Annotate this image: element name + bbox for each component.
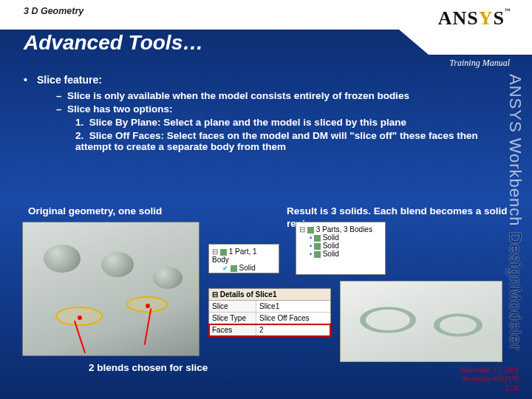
details-value: 2	[256, 324, 330, 335]
solid-icon	[314, 235, 321, 242]
slide-footer: December 17, 2004 Inventory #002176 5-38	[460, 366, 519, 394]
footer-page: 5-38	[460, 384, 519, 394]
details-title: Details of Slice1	[220, 290, 277, 299]
bullet-level3: 2. Slice Off Faces: Select faces on the …	[75, 130, 497, 152]
tree-root-label: 1 Part, 1 Body	[212, 248, 257, 264]
details-panel: ⊟ Details of Slice1 Slice Slice1 Slice T…	[208, 288, 331, 337]
ring-icon	[434, 314, 482, 337]
bullet-level2: – Slice is only available when the model…	[56, 90, 497, 101]
callout-dot-icon	[78, 316, 82, 320]
tree-panel-original: 1 Part, 1 Body Solid	[208, 244, 279, 273]
details-label: Slice Type	[209, 313, 256, 324]
content-block: •Slice feature: – Slice is only availabl…	[24, 74, 497, 154]
callout-arrow-icon	[144, 308, 152, 345]
tree-item-label: Solid	[239, 264, 256, 272]
details-value: Slice Off Faces	[256, 313, 330, 324]
callout-dot-icon	[146, 304, 150, 308]
details-label: Faces	[209, 324, 256, 335]
result-geometry-image	[340, 281, 502, 362]
solid-icon	[231, 265, 237, 272]
tree-item-label: Solid	[323, 242, 339, 250]
tree-item[interactable]: Solid	[310, 233, 382, 242]
logo-text-s: S	[494, 7, 505, 29]
details-row[interactable]: Slice Slice1	[209, 301, 330, 313]
tree-panel-result: 3 Parts, 3 Bodies Solid Solid Solid	[296, 222, 386, 275]
bullet-text: Slice is only available when the model c…	[67, 90, 409, 101]
tree-item-label: Solid	[323, 233, 339, 242]
details-label: Slice	[209, 301, 256, 312]
page-title: Advanced Tools…	[24, 31, 203, 55]
bullet-text: Slice feature:	[37, 74, 102, 86]
boss-icon	[44, 245, 81, 273]
bullet-level1: •Slice feature:	[24, 74, 497, 86]
tree-item-label: Solid	[323, 250, 339, 258]
boss-icon	[153, 267, 183, 289]
boss-icon	[101, 252, 134, 277]
tree-item[interactable]: Solid	[222, 264, 276, 272]
solid-icon	[314, 243, 321, 250]
part-icon	[220, 249, 227, 256]
tree-item[interactable]: Solid	[310, 250, 382, 258]
training-manual-label: Training Manual	[449, 58, 510, 69]
logo-text-a: ANS	[438, 7, 479, 29]
details-row-selected[interactable]: Faces 2	[209, 324, 330, 336]
part-icon	[307, 227, 314, 233]
bullet-icon: •	[24, 74, 37, 86]
side-watermark-wb: ANSYS Workbench	[506, 74, 525, 232]
details-row[interactable]: Slice Type Slice Off Faces	[209, 313, 330, 324]
original-geometry-image	[22, 222, 200, 356]
logo-text-y: Y	[479, 7, 494, 29]
solid-icon	[314, 251, 321, 258]
footer-inventory: Inventory #002176	[460, 375, 519, 384]
side-watermark-dm: DesignModeler	[506, 232, 525, 351]
ansys-logo: ANSYS™	[438, 7, 511, 30]
tree-root[interactable]: 1 Part, 1 Body	[212, 248, 276, 264]
tree-item[interactable]: Solid	[310, 242, 382, 250]
tree-root-label: 3 Parts, 3 Bodies	[316, 225, 372, 233]
bullet-text: Slice By Plane: Select a plane and the m…	[89, 117, 406, 128]
ring-icon	[360, 307, 416, 333]
section-subtitle: 3 D Geometry	[24, 6, 83, 16]
bullet-level2: – Slice has two options:	[56, 103, 497, 115]
tree-root[interactable]: 3 Parts, 3 Bodies	[299, 225, 382, 233]
trademark-icon: ™	[505, 7, 511, 14]
caption-blends: 2 blends chosen for slice	[89, 362, 208, 373]
details-header: ⊟ Details of Slice1	[209, 289, 330, 301]
slide: 3 D Geometry Advanced Tools… ANSYS™ Trai…	[0, 0, 532, 399]
bullet-level3: 1. Slice By Plane: Select a plane and th…	[75, 117, 497, 128]
caption-original: Original geometry, one solid	[28, 205, 162, 216]
bullet-text: Slice has two options:	[67, 103, 173, 115]
bullet-text: Slice Off Faces: Select faces on the mod…	[75, 130, 478, 152]
details-value: Slice1	[256, 301, 330, 312]
footer-date: December 17, 2004	[460, 366, 519, 375]
